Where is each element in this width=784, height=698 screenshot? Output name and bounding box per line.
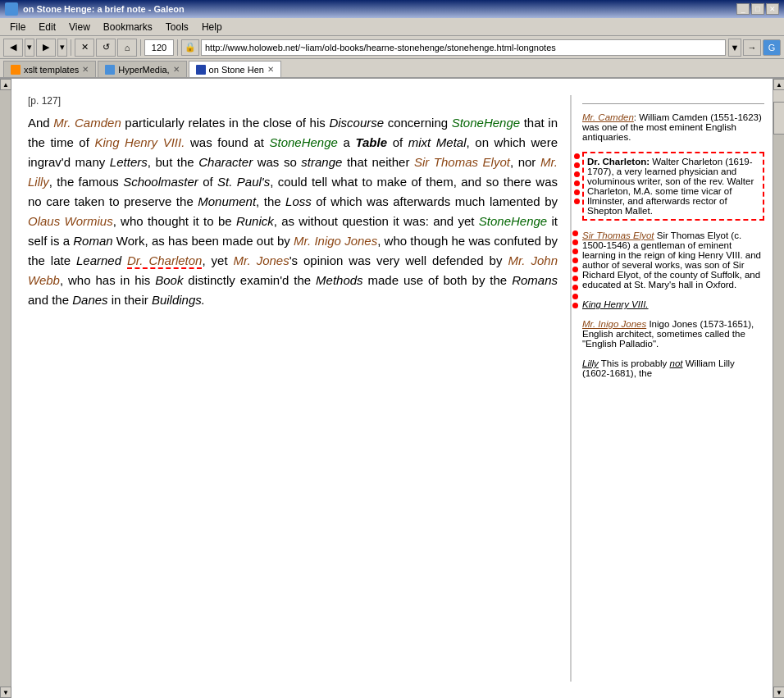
column-separator [570, 95, 572, 682]
scroll-track-left[interactable] [0, 90, 11, 687]
tab-close-xslt[interactable]: ✕ [82, 65, 89, 74]
main-area: ▲ ▼ [p. 127] And Mr. Camden particularly… [0, 79, 784, 698]
note-elyot: Sir Thomas Elyot Sir Thomas Elyot (c. 15… [582, 230, 764, 290]
link-stonehenge-1[interactable]: StoneHenge [452, 116, 520, 130]
menu-edit[interactable]: Edit [32, 20, 62, 34]
note-inigo-name[interactable]: Mr. Inigo Jones [582, 319, 646, 329]
tab-xslt[interactable]: xslt templates ✕ [3, 61, 96, 77]
tab-label-stonehenge: on Stone Hen [209, 65, 264, 75]
note-inigo: Mr. Inigo Jones Inigo Jones (1573-1651),… [582, 319, 764, 349]
elyot-dot-7 [572, 285, 578, 290]
home-button[interactable]: ⌂ [117, 39, 137, 57]
note-lilly-text: This is probably not William Lilly (1602… [582, 358, 735, 378]
scroll-down-button[interactable]: ▼ [0, 687, 11, 698]
tab-favicon-hypermedia [105, 65, 115, 75]
elyot-dot-9 [572, 303, 578, 308]
note-henry8: King Henry VIII. [582, 299, 764, 309]
link-dr-charleton[interactable]: Dr. Charleton [127, 253, 202, 269]
tab-favicon-stonehenge [196, 65, 206, 75]
elyot-dot-3 [572, 249, 578, 254]
menu-help[interactable]: Help [195, 20, 229, 34]
tab-close-hypermedia[interactable]: ✕ [173, 65, 180, 74]
app-icon [5, 2, 18, 16]
main-text-column: [p. 127] And Mr. Camden particularly rel… [28, 95, 566, 682]
zoom-input[interactable]: 120 [144, 39, 174, 56]
tab-favicon-xslt [11, 65, 21, 75]
url-input[interactable]: http://www.holoweb.net/~liam/old-books/h… [201, 39, 726, 56]
titlebar: on Stone Henge: a brief note - Galeon _ … [0, 0, 784, 18]
forward-button[interactable]: ▶ [36, 39, 56, 57]
right-scroll-track[interactable] [773, 135, 784, 687]
dot-3 [574, 171, 580, 177]
content-area: [p. 127] And Mr. Camden particularly rel… [11, 79, 773, 698]
separator-3 [177, 39, 178, 56]
left-scrollbar[interactable]: ▲ ▼ [0, 79, 11, 698]
toolbar: ◀ ▾ ▶ ▾ ✕ ↺ ⌂ 120 🔒 http://www.holoweb.n… [0, 36, 784, 59]
link-mr-camden[interactable]: Mr. Camden [53, 116, 121, 130]
forward-dropdown[interactable]: ▾ [57, 39, 67, 57]
note-henry8-name: King Henry VIII. [582, 299, 649, 309]
link-king-henry[interactable]: King Henry VIII. [94, 135, 185, 149]
link-mr-jones[interactable]: Mr. Jones [234, 253, 289, 267]
tab-stonehenge[interactable]: on Stone Hen ✕ [189, 61, 281, 77]
note-lilly: Lilly This is probably not William Lilly… [582, 358, 764, 378]
right-scroll-up[interactable]: ▲ [773, 79, 784, 90]
right-scrollbar[interactable]: ▲ ▼ [773, 79, 784, 698]
link-olaus-wormius[interactable]: Olaus Wormius [28, 214, 113, 228]
right-scroll-down[interactable]: ▼ [773, 687, 784, 698]
url-bar-container: http://www.holoweb.net/~liam/old-books/h… [201, 39, 741, 57]
back-dropdown[interactable]: ▾ [25, 39, 34, 57]
menubar: File Edit View Bookmarks Tools Help [0, 18, 784, 36]
page-marker: [p. 127] [28, 95, 558, 107]
note-lilly-name: Lilly [582, 358, 599, 368]
note-camden: Mr. Camden: William Camden (1551-1623) w… [582, 112, 764, 142]
link-mr-inigo[interactable]: Mr. Inigo Jones [294, 234, 377, 248]
note-elyot-name[interactable]: Sir Thomas Elyot [582, 230, 654, 240]
dot-5 [574, 189, 580, 195]
tab-label-hypermedia: HyperMedia, [118, 65, 169, 75]
scroll-up-button[interactable]: ▲ [0, 79, 11, 90]
url-dropdown[interactable]: ▼ [728, 39, 741, 57]
menu-file[interactable]: File [3, 20, 32, 34]
window-controls: _ □ ✕ [736, 3, 779, 15]
menu-view[interactable]: View [62, 20, 97, 34]
back-button[interactable]: ◀ [3, 39, 23, 57]
note-camden-name[interactable]: Mr. Camden [582, 112, 634, 122]
separator-1 [71, 39, 71, 56]
elyot-dot-6 [572, 276, 578, 281]
note-charleton-name: Dr. Charleton: [587, 157, 650, 167]
menu-tools[interactable]: Tools [159, 20, 195, 34]
dot-2 [574, 162, 580, 168]
link-stonehenge-2[interactable]: StoneHenge [269, 135, 337, 149]
lock-icon[interactable]: 🔒 [181, 39, 199, 56]
go-button[interactable]: → [743, 39, 761, 56]
dot-4 [574, 180, 580, 186]
charleton-dots [574, 153, 580, 204]
elyot-dot-5 [572, 267, 578, 272]
right-scroll-thumb[interactable] [773, 102, 784, 135]
elyot-dot-1 [572, 230, 578, 236]
refresh-button[interactable]: ↺ [96, 39, 116, 57]
window-title: on Stone Henge: a brief note - Galeon [23, 4, 732, 14]
maximize-button[interactable]: □ [751, 3, 764, 15]
link-sir-thomas[interactable]: Sir Thomas Elyot [414, 155, 510, 169]
gecko-icon[interactable]: G [763, 39, 781, 56]
tab-label-xslt: xslt templates [24, 65, 79, 75]
sidebar-top-line [582, 103, 764, 104]
stop-button[interactable]: ✕ [75, 39, 94, 57]
dot-6 [574, 198, 580, 204]
main-paragraph: And Mr. Camden particularly relates in t… [28, 113, 558, 310]
dot-1 [574, 153, 580, 159]
tab-hypermedia[interactable]: HyperMedia, ✕ [98, 61, 186, 77]
link-stonehenge-3[interactable]: StoneHenge [479, 214, 547, 228]
close-button[interactable]: ✕ [766, 3, 779, 15]
minimize-button[interactable]: _ [736, 3, 750, 15]
sidebar-notes: Mr. Camden: William Camden (1551-1623) w… [576, 95, 764, 682]
menu-bookmarks[interactable]: Bookmarks [97, 20, 159, 34]
elyot-dot-4 [572, 258, 578, 263]
elyot-dot-8 [572, 294, 578, 299]
tab-close-stonehenge[interactable]: ✕ [267, 65, 274, 74]
note-charleton: Dr. Charleton: Walter Charleton (1619-17… [582, 152, 764, 221]
tabbar: xslt templates ✕ HyperMedia, ✕ on Stone … [0, 59, 784, 79]
separator-2 [140, 39, 141, 56]
